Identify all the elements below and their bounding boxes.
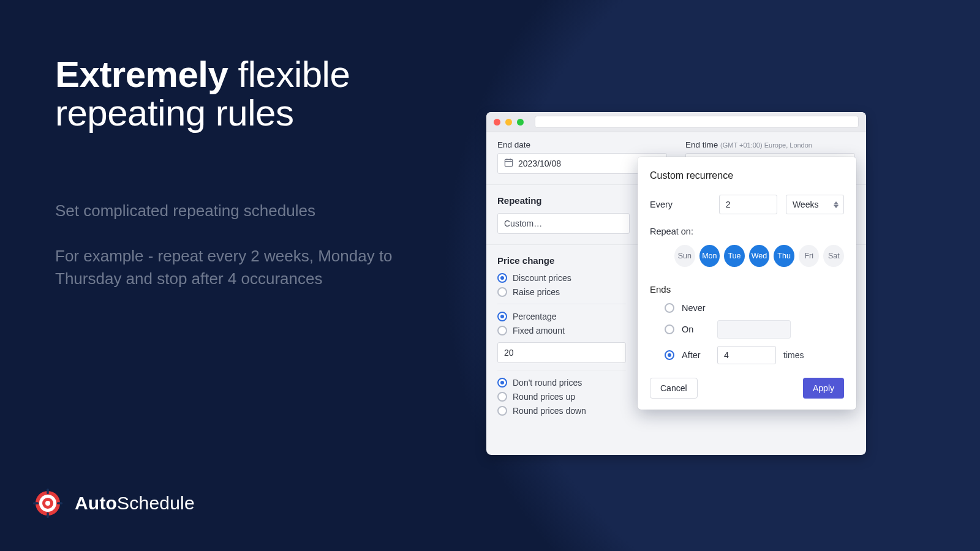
price-value: 20 — [504, 348, 514, 358]
radio-label: Don't round prices — [513, 378, 582, 388]
end-date-value: 2023/10/08 — [518, 159, 561, 168]
radio-indicator — [665, 324, 674, 334]
radio-indicator — [497, 406, 507, 416]
radio-indicator — [497, 392, 507, 402]
every-value-input[interactable]: 2 — [719, 195, 777, 214]
hero-lead: Set complicated repeating schedules — [55, 200, 459, 223]
svg-rect-8 — [505, 159, 512, 166]
ends-on-date-input[interactable] — [717, 320, 791, 339]
hero-title: Extremely flexible repeating rules — [55, 55, 459, 132]
radio-indicator — [665, 303, 674, 313]
window-titlebar — [486, 112, 866, 132]
radio-label: Never — [682, 303, 710, 313]
every-unit-value: Weeks — [793, 200, 819, 209]
day-thu[interactable]: Thu — [774, 245, 794, 267]
ends-title: Ends — [650, 284, 844, 294]
cancel-button[interactable]: Cancel — [650, 378, 698, 399]
radio-label: Discount prices — [513, 273, 571, 283]
radio-indicator — [497, 273, 507, 283]
day-fri[interactable]: Fri — [799, 245, 820, 267]
brand-name-strong: Auto — [75, 493, 117, 513]
svg-rect-5 — [57, 502, 62, 504]
end-time-label: End time (GMT +01:00) Europe, London — [685, 140, 855, 149]
repeating-value: Custom… — [504, 219, 542, 228]
end-date-label: End date — [497, 140, 667, 149]
ends-after-value: 4 — [724, 350, 729, 360]
every-value: 2 — [726, 200, 731, 209]
url-bar[interactable] — [535, 116, 859, 128]
end-time-tz: (GMT +01:00) Europe, London — [720, 141, 812, 149]
price-value-input[interactable]: 20 — [497, 342, 626, 363]
radio-indicator — [497, 287, 507, 297]
window-close-dot[interactable] — [494, 119, 500, 126]
radio-indicator — [665, 350, 674, 360]
day-wed[interactable]: Wed — [749, 245, 770, 267]
weekday-picker: Sun Mon Tue Wed Thu Fri Sat — [674, 245, 844, 267]
popover-title: Custom recurrence — [650, 170, 844, 181]
day-tue[interactable]: Tue — [724, 245, 745, 267]
every-label: Every — [650, 200, 710, 209]
radio-indicator — [497, 312, 507, 321]
radio-ends-after[interactable]: After 4 times — [665, 346, 844, 364]
radio-label: Raise prices — [513, 287, 560, 297]
svg-rect-6 — [47, 512, 49, 518]
window-min-dot[interactable] — [505, 119, 512, 126]
radio-label: On — [682, 324, 710, 334]
svg-rect-4 — [47, 489, 49, 494]
radio-ends-never[interactable]: Never — [665, 303, 844, 313]
every-unit-select[interactable]: Weeks — [786, 195, 844, 214]
calendar-icon — [504, 158, 513, 169]
radio-label: Round prices down — [513, 406, 586, 416]
every-row: Every 2 Weeks — [650, 195, 844, 214]
popover-actions: Cancel Apply — [650, 378, 844, 399]
end-time-label-text: End time — [685, 140, 718, 149]
svg-rect-7 — [33, 502, 39, 504]
repeating-select[interactable]: Custom… — [497, 213, 630, 234]
radio-label: Fixed amount — [513, 326, 565, 335]
radio-label: Percentage — [513, 312, 557, 321]
ends-group: Never On After 4 times — [665, 303, 844, 364]
select-stepper-icon — [834, 201, 839, 208]
day-mon[interactable]: Mon — [699, 245, 720, 267]
brand: AutoSchedule — [31, 486, 195, 520]
repeat-on-label: Repeat on: — [650, 227, 711, 236]
radio-ends-on[interactable]: On — [665, 320, 844, 339]
radio-label: After — [682, 350, 710, 360]
window-max-dot[interactable] — [517, 119, 524, 126]
svg-point-3 — [45, 501, 50, 506]
target-clock-icon — [31, 486, 65, 520]
ends-after-count-input[interactable]: 4 — [717, 346, 776, 364]
radio-label: Round prices up — [513, 392, 575, 402]
ends-after-suffix: times — [783, 350, 804, 360]
brand-name: AutoSchedule — [75, 493, 195, 514]
brand-name-rest: Schedule — [117, 493, 195, 513]
hero-title-strong: Extremely — [55, 54, 228, 95]
day-sun[interactable]: Sun — [674, 245, 695, 267]
day-sat[interactable]: Sat — [823, 245, 844, 267]
custom-recurrence-popover: Custom recurrence Every 2 Weeks Repeat o… — [638, 157, 856, 410]
hero-body: For example - repeat every 2 weeks, Mond… — [55, 245, 459, 291]
hero-copy: Extremely flexible repeating rules Set c… — [55, 55, 459, 291]
radio-indicator — [497, 378, 507, 388]
radio-indicator — [497, 326, 507, 335]
apply-button[interactable]: Apply — [803, 378, 844, 399]
